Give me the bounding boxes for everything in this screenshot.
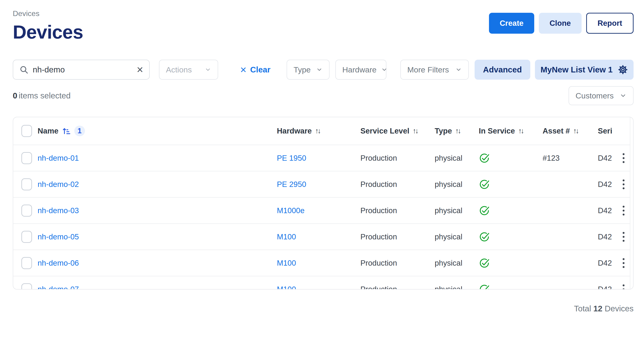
hardware-link[interactable]: M100: [277, 285, 296, 290]
column-header-asset[interactable]: Asset # ↑↓: [542, 127, 598, 135]
hardware-link[interactable]: M100: [277, 259, 296, 267]
clone-button[interactable]: Clone: [539, 13, 582, 34]
kebab-menu-icon[interactable]: [621, 152, 626, 164]
hardware-cell: M1000e: [277, 206, 360, 215]
breadcrumb[interactable]: Devices: [13, 9, 83, 18]
service-level-cell: Production: [360, 180, 435, 189]
row-actions-cell: [617, 204, 630, 217]
device-name-link[interactable]: nh-demo-02: [38, 180, 79, 189]
kebab-menu-icon[interactable]: [621, 204, 626, 217]
devices-table: Name 1 Hardware ↑↓ Service Level ↑↓ Type…: [13, 117, 634, 289]
report-button[interactable]: Report: [586, 13, 634, 34]
select-all-cell: [13, 125, 38, 137]
row-checkbox[interactable]: [21, 178, 32, 190]
clear-filters-link[interactable]: × Clear: [240, 64, 270, 75]
row-actions-cell: [617, 283, 630, 290]
actions-dropdown[interactable]: Actions: [159, 60, 218, 80]
actions-column-divider: [630, 117, 630, 289]
service-level-cell: Production: [360, 232, 435, 241]
row-checkbox[interactable]: [21, 152, 32, 164]
column-header-service_level[interactable]: Service Level ↑↓: [360, 127, 435, 135]
column-header-serial[interactable]: Seri: [598, 127, 617, 135]
device-name-link[interactable]: nh-demo-07: [38, 285, 79, 290]
list-view-button[interactable]: MyNew List View 1: [535, 60, 634, 80]
hardware-cell: M100: [277, 259, 360, 267]
sort-toggle-icon: ↑↓: [315, 127, 321, 135]
chevron-down-icon: [316, 66, 322, 73]
page-header: Devices Devices Create Clone Report: [13, 0, 634, 43]
service-level-cell: Production: [360, 285, 435, 290]
table-row: nh-demo-05 M100 Production physical D42: [13, 223, 630, 250]
column-header-name[interactable]: Name 1: [38, 126, 277, 136]
kebab-menu-icon[interactable]: [621, 257, 626, 269]
column-header-type[interactable]: Type ↑↓: [435, 127, 479, 135]
type-filter-dropdown[interactable]: Type: [286, 60, 330, 80]
search-box[interactable]: ×: [13, 60, 150, 80]
hardware-cell: PE 1950: [277, 154, 360, 163]
device-name-cell: nh-demo-01: [38, 154, 277, 163]
page-title: Devices: [13, 21, 83, 43]
row-checkbox[interactable]: [21, 283, 32, 290]
sort-ascending-icon: [62, 126, 71, 136]
clear-search-icon[interactable]: ×: [137, 64, 143, 75]
check-circle-icon: [479, 153, 540, 164]
type-cell: physical: [435, 285, 479, 290]
row-checkbox-cell: [13, 257, 38, 269]
advanced-button[interactable]: Advanced: [474, 60, 530, 80]
sort-toggle-icon: ↑↓: [455, 127, 461, 135]
type-cell: physical: [435, 206, 479, 215]
toolbar: × Actions × Clear Type Hardware: [13, 60, 634, 80]
device-name-cell: nh-demo-05: [38, 232, 277, 241]
customers-dropdown[interactable]: Customers: [568, 86, 634, 105]
hardware-link[interactable]: PE 1950: [277, 154, 306, 162]
check-circle-icon: [479, 179, 540, 190]
create-button[interactable]: Create: [489, 13, 534, 34]
device-name-cell: nh-demo-06: [38, 259, 277, 267]
type-cell: physical: [435, 180, 479, 189]
device-name-link[interactable]: nh-demo-06: [38, 259, 79, 267]
in-service-cell: [479, 153, 542, 164]
type-cell: physical: [435, 259, 479, 267]
in-service-cell: [479, 284, 542, 290]
serial-cell: D42: [598, 259, 617, 267]
hardware-link[interactable]: M100: [277, 232, 296, 241]
serial-cell: D42: [598, 232, 617, 241]
more-filters-dropdown[interactable]: More Filters: [400, 60, 469, 80]
row-actions-cell: [617, 257, 630, 269]
hardware-filter-dropdown[interactable]: Hardware: [335, 60, 386, 80]
devices-page: Devices Devices Create Clone Report × Ac…: [0, 0, 644, 313]
select-all-checkbox[interactable]: [21, 125, 32, 137]
column-header-hardware[interactable]: Hardware ↑↓: [277, 127, 360, 135]
kebab-menu-icon[interactable]: [621, 178, 626, 191]
row-checkbox[interactable]: [21, 205, 32, 217]
sort-toggle-icon: ↑↓: [573, 127, 579, 135]
kebab-menu-icon[interactable]: [621, 231, 626, 243]
row-checkbox-cell: [13, 231, 38, 243]
device-name-link[interactable]: nh-demo-05: [38, 232, 79, 241]
sort-toggle-icon: ↑↓: [412, 127, 419, 135]
row-checkbox[interactable]: [21, 257, 32, 269]
device-name-link[interactable]: nh-demo-01: [38, 154, 79, 162]
row-checkbox-cell: [13, 283, 38, 290]
row-actions-cell: [617, 231, 630, 243]
table-row: nh-demo-06 M100 Production physical D42: [13, 250, 630, 276]
hardware-link[interactable]: PE 2950: [277, 180, 306, 189]
heading-block: Devices Devices: [13, 9, 83, 43]
sort-order-badge: 1: [74, 126, 85, 136]
check-circle-icon: [479, 231, 540, 242]
asset-cell: #123: [542, 154, 598, 163]
chevron-down-icon: [381, 66, 388, 73]
serial-cell: D42: [598, 206, 617, 215]
selection-row: 0items selected Customers: [13, 86, 634, 105]
check-circle-icon: [479, 257, 540, 269]
hardware-link[interactable]: M1000e: [277, 206, 304, 215]
kebab-menu-icon[interactable]: [621, 283, 626, 290]
table-row: nh-demo-03 M1000e Production physical D4…: [13, 197, 630, 223]
row-checkbox[interactable]: [21, 231, 32, 243]
table-row: nh-demo-01 PE 1950 Production physical #…: [13, 145, 630, 171]
column-header-in_service[interactable]: In Service ↑↓: [479, 127, 542, 135]
row-checkbox-cell: [13, 178, 38, 190]
search-input[interactable]: [33, 65, 132, 74]
device-name-link[interactable]: nh-demo-03: [38, 206, 79, 215]
row-actions-cell: [617, 152, 630, 164]
